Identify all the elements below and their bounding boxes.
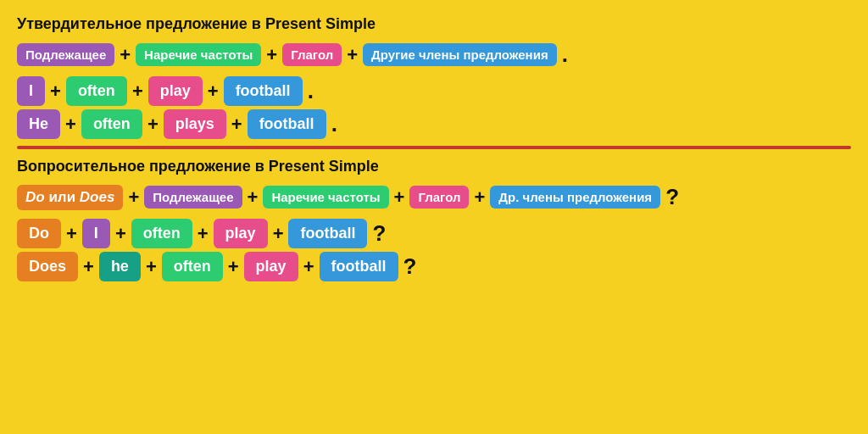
plus-op-18: + xyxy=(83,256,94,278)
plus-op-5: + xyxy=(132,81,143,103)
ex1-adverb: often xyxy=(66,76,127,106)
plus-op-19: + xyxy=(146,256,157,278)
plus-op-14: + xyxy=(66,223,77,245)
pill-other: Другие члены предложения xyxy=(363,43,557,66)
pill-verb: Глагол xyxy=(282,43,342,66)
pill-subject2: Подлежащее xyxy=(144,186,242,209)
plus-op-9: + xyxy=(231,114,242,136)
dot-2: . xyxy=(308,78,314,104)
ex2-adverb: often xyxy=(81,109,142,139)
plus-op-16: + xyxy=(198,223,209,245)
section2: Вопросительное предложение в Present Sim… xyxy=(17,158,851,281)
plus-op-20: + xyxy=(228,256,239,278)
section1-title: Утвердительное предложение в Present Sim… xyxy=(17,15,851,33)
dot-3: . xyxy=(331,111,337,137)
ex3-verb: play xyxy=(214,219,268,248)
ex2-object: football xyxy=(248,109,326,139)
question-3: ? xyxy=(403,253,417,280)
ex3-object: football xyxy=(288,219,367,248)
plus-op-6: + xyxy=(208,81,219,103)
plus-op-21: + xyxy=(303,256,314,278)
pill-adverb2: Наречие частоты xyxy=(263,186,388,209)
plus-op-12: + xyxy=(394,186,405,209)
ex2-verb: plays xyxy=(164,109,226,139)
section2-example1-row: Do + I + often + play + football ? xyxy=(17,219,851,248)
plus-op-13: + xyxy=(474,186,485,209)
pill-subject: Подлежащее xyxy=(17,43,114,66)
section2-formula-row: Do или Does + Подлежащее + Наречие часто… xyxy=(17,184,851,210)
ex4-subject: he xyxy=(99,252,141,281)
plus-op-2: + xyxy=(266,44,277,66)
section2-example2-row: Does + he + often + play + football ? xyxy=(17,252,851,281)
plus-op-8: + xyxy=(147,114,159,136)
section1-example1-row: I + often + play + football . xyxy=(17,76,851,106)
plus-op-1: + xyxy=(120,44,131,66)
ex1-subject: I xyxy=(17,76,45,106)
plus-op-4: + xyxy=(50,81,61,103)
plus-op-3: + xyxy=(347,44,358,66)
plus-op-17: + xyxy=(273,223,284,245)
plus-op-11: + xyxy=(248,186,259,209)
ex4-object: football xyxy=(320,252,398,281)
section2-title: Вопросительное предложение в Present Sim… xyxy=(17,158,851,175)
plus-op-15: + xyxy=(115,223,126,245)
ex1-object: football xyxy=(224,76,303,106)
ex4-auxiliary: Does xyxy=(17,252,78,281)
section-divider xyxy=(17,146,851,149)
section1: Утвердительное предложение в Present Sim… xyxy=(17,15,851,139)
ex3-auxiliary: Do xyxy=(17,219,61,248)
pill-auxiliary-formula: Do или Does xyxy=(17,185,123,210)
ex3-subject: I xyxy=(82,219,110,248)
section1-example2-row: He + often + plays + football . xyxy=(17,109,851,139)
plus-op-10: + xyxy=(128,186,139,209)
ex3-adverb: often xyxy=(131,219,192,248)
question-2: ? xyxy=(372,220,386,247)
pill-verb2: Глагол xyxy=(409,186,469,209)
ex2-subject: He xyxy=(17,109,60,139)
section1-formula-row: Подлежащее + Наречие частоты + Глагол + … xyxy=(17,42,851,68)
pill-other2: Др. члены предложения xyxy=(490,186,660,209)
dot-1: . xyxy=(562,42,568,68)
ex4-adverb: often xyxy=(162,252,223,281)
plus-op-7: + xyxy=(65,114,76,136)
ex4-verb: play xyxy=(244,252,298,281)
ex1-verb: play xyxy=(148,76,203,106)
question-1: ? xyxy=(665,184,679,210)
pill-adverb: Наречие частоты xyxy=(136,43,261,66)
